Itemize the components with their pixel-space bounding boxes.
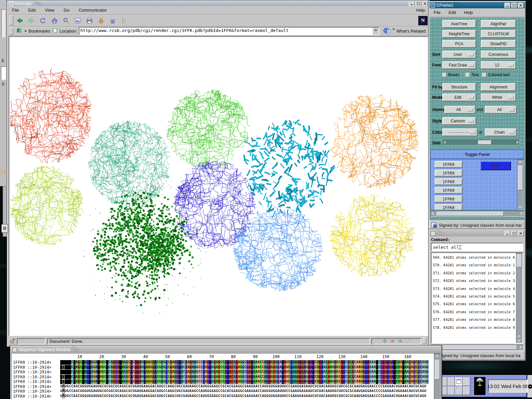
rest-toggle-button[interactable]: rest <box>480 161 511 170</box>
toggle-1ffk0-button[interactable]: 1FFK0 <box>435 196 463 202</box>
scroll-down-arrow[interactable] <box>517 340 521 342</box>
toolbar-search-button[interactable] <box>61 16 71 26</box>
fit-structure-button[interactable]: Structure <box>442 83 476 91</box>
pager-cell[interactable] <box>463 386 470 395</box>
maximize-button[interactable] <box>511 3 517 8</box>
desktop-icon-d[interactable]: D <box>1 224 8 233</box>
toolbar-security-button[interactable] <box>96 16 106 26</box>
scrollbar-thumb[interactable] <box>437 345 517 350</box>
scroll-right-arrow[interactable] <box>520 345 522 349</box>
chain-option-menu[interactable]: Chain <box>485 128 517 136</box>
toggle-1ffk0-button[interactable]: 1FFK0 <box>435 204 463 210</box>
pager-cell[interactable] <box>448 386 455 395</box>
close-button[interactable] <box>422 1 428 6</box>
minimize-button[interactable] <box>409 1 415 6</box>
toolbar-my-netscape-button[interactable]: My <box>72 16 83 26</box>
window-menu-icon[interactable] <box>431 231 435 236</box>
toolbar-home-button[interactable] <box>49 16 60 26</box>
pager-cell[interactable] <box>463 377 470 386</box>
bookmarks-button[interactable]: Bookmarks <box>29 29 50 34</box>
close-button[interactable] <box>518 231 524 236</box>
window-menu-icon[interactable] <box>9 1 14 6</box>
mode-option-menu[interactable]: Edit <box>442 93 476 101</box>
toolbar-forward-button[interactable] <box>26 16 37 26</box>
menu-file[interactable]: File <box>11 7 20 13</box>
cframe-menu-edit[interactable]: Edit <box>448 9 457 16</box>
slab-left-arrow[interactable] <box>444 141 446 144</box>
component-mailbox-button[interactable] <box>390 339 395 344</box>
scroll-right-arrow[interactable] <box>521 211 523 215</box>
scrollbar-thumb[interactable] <box>435 360 440 380</box>
cframe-menu-file[interactable]: File <box>433 9 441 16</box>
toggle-1ffk0-button[interactable]: 1FFK0 <box>435 187 463 194</box>
toolbar-reload-button[interactable] <box>38 16 48 26</box>
scrollbar-thumb[interactable] <box>518 166 523 190</box>
text-checkbox[interactable]: Text <box>466 72 479 77</box>
pca-button[interactable]: PCA <box>442 40 476 48</box>
bookmarks-dropdown-icon[interactable] <box>24 31 27 33</box>
component-navigator-button[interactable] <box>382 339 387 344</box>
alignment-vertical-scrollbar[interactable] <box>434 353 441 399</box>
whats-related-button[interactable]: What's Related <box>381 27 428 36</box>
slab-slider[interactable] <box>443 140 519 145</box>
toolbar-grip[interactable] <box>10 16 13 25</box>
showpid-button[interactable]: ShowPID <box>481 40 516 48</box>
boxes-checkbox[interactable]: Boxes <box>442 72 459 77</box>
fit-alignment-button[interactable]: Alignment <box>481 83 516 91</box>
toggle-panel-vertical-scrollbar[interactable] <box>517 159 524 210</box>
close-button[interactable] <box>518 3 524 8</box>
component-composer-button[interactable] <box>405 339 410 344</box>
toolbar-stop-button[interactable] <box>119 16 130 26</box>
slab-right-arrow[interactable] <box>517 141 518 144</box>
style-option-menu[interactable]: Cartoon <box>442 117 476 125</box>
location-input[interactable]: http://www.rcsb.org/pdb/cgi/render.cgi/1… <box>79 28 373 35</box>
toggle-1ffk0-button[interactable]: 1FFK0 <box>435 170 463 177</box>
lamp-applet[interactable] <box>474 377 485 395</box>
toolbar-shop-button[interactable]: @ <box>107 16 118 26</box>
background-color-option-menu[interactable]: White <box>481 93 516 101</box>
pager-cell[interactable] <box>455 377 463 386</box>
component-discussions-button[interactable] <box>398 339 403 344</box>
menu-communicator[interactable]: Communicator <box>78 7 108 13</box>
color-option-menu[interactable]: --------- <box>442 128 477 136</box>
maximize-button[interactable] <box>415 1 421 6</box>
consensus-button[interactable]: Consensus <box>481 51 516 59</box>
slab-thumb[interactable] <box>478 140 491 145</box>
location-bar-grip[interactable] <box>10 27 13 35</box>
menu-help[interactable]: Help <box>415 7 426 13</box>
minimize-button[interactable] <box>504 3 510 8</box>
scrollbar-thumb[interactable] <box>437 211 504 216</box>
window-menu-icon[interactable] <box>431 3 435 8</box>
command-horizontal-scrollbar[interactable] <box>431 344 523 350</box>
menu-go[interactable]: Go <box>63 7 70 13</box>
avertree-button[interactable]: AverTree <box>442 20 476 28</box>
scroll-up-arrow[interactable] <box>517 335 521 337</box>
alignment-view[interactable]: 102030405060708090100110120130140150160 … <box>11 353 441 399</box>
sequence-window-titlebar[interactable]: Sequence Alignment Window <box>11 346 441 353</box>
menu-view[interactable]: View <box>44 7 55 13</box>
toolbar-back-button[interactable] <box>14 16 25 26</box>
atoms-option-menu-2[interactable]: All <box>485 106 517 114</box>
location-history-dropdown[interactable] <box>373 28 379 35</box>
atoms-option-menu-1[interactable]: All <box>444 106 475 114</box>
toolbar-print-button[interactable] <box>84 16 95 26</box>
taskbar-expand-button[interactable]: ➔ <box>527 375 532 398</box>
pager-cell[interactable] <box>455 386 463 395</box>
toggle-1ffk0-button[interactable]: 1FFK0 <box>435 161 463 168</box>
scroll-up-arrow[interactable] <box>435 355 439 357</box>
command-vertical-scrollbar[interactable] <box>516 253 523 343</box>
toggle-1ffk0-button[interactable]: 1FFK0 <box>435 178 463 185</box>
command-titlebar[interactable] <box>430 230 525 236</box>
molecule-canvas[interactable] <box>9 36 428 336</box>
cframe-menu-help[interactable]: Help <box>463 9 473 16</box>
scroll-down-arrow[interactable] <box>518 206 522 208</box>
component-bar-grip[interactable] <box>423 337 427 344</box>
neighbtree-button[interactable]: NeighbTree <box>442 30 476 38</box>
netscape-titlebar[interactable]: Netscape: <box>8 1 429 6</box>
colored-text-checkbox[interactable]: Colored text <box>482 72 510 77</box>
clustalw-button[interactable]: CLUSTALW <box>481 30 516 38</box>
fontsize-option-menu[interactable]: 12 <box>481 61 516 69</box>
sort-option-menu[interactable]: User <box>442 51 476 59</box>
toggle-panel-horizontal-scrollbar[interactable] <box>430 211 524 217</box>
scroll-up-arrow[interactable] <box>518 161 522 163</box>
